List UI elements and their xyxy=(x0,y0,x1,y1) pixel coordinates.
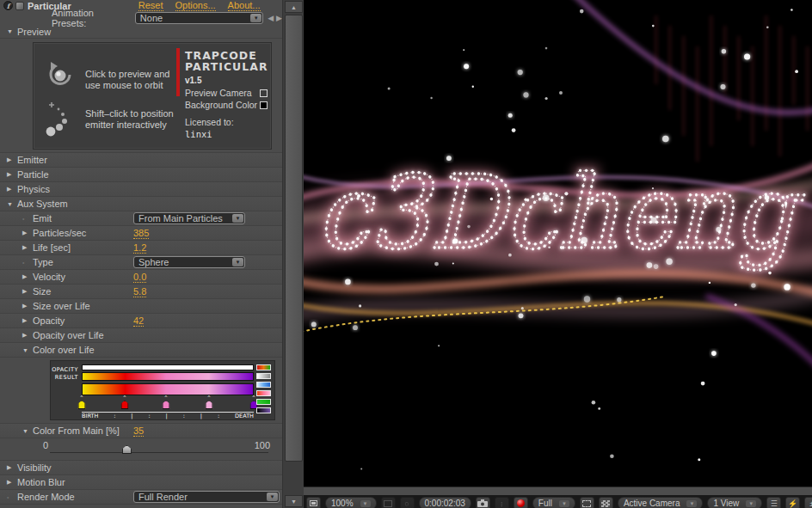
chevron-down-icon: ▼ xyxy=(360,500,371,507)
row-color-over-life[interactable]: ▼Color over Life xyxy=(0,343,282,358)
death-label: DEATH xyxy=(235,413,254,419)
gradient-preset-4[interactable] xyxy=(256,399,271,405)
opacity-value[interactable]: 42 xyxy=(133,315,144,327)
size-value[interactable]: 5.8 xyxy=(133,286,146,297)
emitter-position-icon xyxy=(44,101,77,139)
velocity-value[interactable]: 0.0 xyxy=(133,272,146,283)
slider-track[interactable] xyxy=(50,452,268,453)
mask-visibility-icon[interactable]: ○ xyxy=(400,497,415,508)
brand-red-bar xyxy=(176,48,180,96)
scroll-down-icon[interactable]: ▼ xyxy=(285,495,303,507)
show-channel-icon[interactable] xyxy=(514,497,528,508)
view-toggle-icon[interactable] xyxy=(306,497,321,508)
chevron-down-icon: ▼ xyxy=(686,500,697,507)
row-particles-sec: ▶Particles/sec 385 xyxy=(0,226,282,241)
slider-min-label: 0 xyxy=(43,440,48,450)
twirl-down-icon[interactable]: ▼ xyxy=(7,28,17,34)
group-emitter[interactable]: ▶Emitter xyxy=(0,153,282,168)
preview-camera-checkbox[interactable] xyxy=(260,89,268,97)
gradient-preset-2[interactable] xyxy=(256,382,271,388)
group-visibility[interactable]: ▶Visibility xyxy=(0,461,282,475)
preview-box[interactable]: Click to preview and use mouse to orbit … xyxy=(33,42,272,150)
color-over-life-editor: OPACITY RESULT ^^^^^ BIRTH:|:|:|:DEATH xyxy=(0,358,282,424)
preview-camera-label: Preview Camera xyxy=(185,88,252,98)
brand-version: v1.5 xyxy=(185,76,201,85)
effect-header: f Particular Reset Options... About... xyxy=(0,0,282,11)
resolution-select[interactable]: Full▼ xyxy=(532,497,575,508)
slider-thumb[interactable] xyxy=(122,445,132,454)
row-type: •Type Sphere▼ xyxy=(0,255,282,270)
composition-canvas[interactable]: c3Dchengc3Dchengc3Dcheng xyxy=(304,0,812,487)
transparency-grid-icon[interactable] xyxy=(599,497,613,508)
view-camera-select[interactable]: Active Camera▼ xyxy=(618,497,704,508)
particular-plugin-window: f Particular Reset Options... About... A… xyxy=(0,0,812,508)
view-layout-select[interactable]: 1 View▼ xyxy=(707,497,762,508)
reset-link[interactable]: Reset xyxy=(138,1,163,11)
color-ramp[interactable] xyxy=(82,383,254,395)
fast-preview-icon[interactable]: ⚡ xyxy=(785,497,800,508)
group-motion-blur[interactable]: ▶Motion Blur xyxy=(0,475,282,490)
animation-presets-dropdown[interactable]: None ▼ xyxy=(135,12,263,24)
animation-presets-value: None xyxy=(140,13,163,23)
result-ramp xyxy=(82,372,254,381)
grid-options-icon[interactable] xyxy=(381,497,396,508)
gradient-stop-3[interactable]: ^ xyxy=(206,398,213,409)
options-link[interactable]: Options... xyxy=(175,1,216,11)
gradient-preset-0[interactable] xyxy=(256,364,271,370)
gradient-scale: BIRTH:|:|:|:DEATH xyxy=(82,412,254,419)
background-color-row: Background Color xyxy=(185,100,268,110)
fx-toggle-icon[interactable]: f xyxy=(3,1,13,10)
chevron-down-icon[interactable]: ▼ xyxy=(267,493,278,501)
row-life-sec: ▶Life [sec] 1.2 xyxy=(0,241,282,255)
row-size: ▶Size 5.8 xyxy=(0,285,282,299)
preview-section-header[interactable]: ▼ Preview xyxy=(0,25,282,39)
timecode-button[interactable]: 0:00:02:03 xyxy=(419,497,471,508)
snapshot-icon[interactable] xyxy=(476,497,490,508)
licensed-to-label: Licensed to: xyxy=(185,117,234,127)
birth-label: BIRTH xyxy=(82,413,98,419)
row-render-mode: •Render Mode Full Render▼ xyxy=(0,490,282,505)
gradient-stops-track[interactable]: ^^^^^ xyxy=(82,396,254,411)
gradient-stop-2[interactable]: ^ xyxy=(163,398,170,409)
gradient-preset-5[interactable] xyxy=(256,407,271,413)
show-snapshot-icon[interactable]: ⁝ xyxy=(495,497,509,508)
scrollbar-thumb[interactable] xyxy=(285,15,303,462)
gradient-stop-1[interactable]: ^ xyxy=(121,398,129,409)
gradient-stop-0[interactable]: ^ xyxy=(78,398,86,409)
color-from-main-value[interactable]: 35 xyxy=(133,425,144,437)
group-aux-system[interactable]: ▼Aux System xyxy=(0,197,282,211)
region-of-interest-icon[interactable] xyxy=(580,497,594,508)
life-sec-value[interactable]: 1.2 xyxy=(133,242,146,254)
particles-sec-value[interactable]: 385 xyxy=(133,228,149,239)
gradient-box[interactable]: OPACITY RESULT ^^^^^ BIRTH:|:|:|:DEATH xyxy=(50,360,275,420)
row-size-over-life[interactable]: ▶Size over Life xyxy=(0,299,282,314)
chevron-down-icon[interactable]: ▼ xyxy=(232,258,243,266)
exposure-icon[interactable]: ± xyxy=(804,497,812,508)
preview-hint-orbit: Click to preview and use mouse to orbit xyxy=(85,69,169,91)
preset-next-icon[interactable]: ▶ xyxy=(276,14,282,22)
group-physics[interactable]: ▶Physics xyxy=(0,182,282,197)
brand-logo: TRAPCODE PARTICULAR xyxy=(185,50,268,72)
orbit-icon xyxy=(46,60,75,89)
background-color-swatch[interactable] xyxy=(260,101,268,109)
gradient-preset-3[interactable] xyxy=(256,390,271,396)
chevron-down-icon[interactable]: ▼ xyxy=(232,214,243,223)
render-mode-dropdown[interactable]: Full Render▼ xyxy=(133,491,280,503)
preset-prev-icon[interactable]: ◀ xyxy=(268,14,274,22)
chevron-down-icon[interactable]: ▼ xyxy=(250,14,261,22)
type-dropdown[interactable]: Sphere▼ xyxy=(133,256,245,268)
about-link[interactable]: About... xyxy=(228,1,261,11)
row-opacity-over-life[interactable]: ▶Opacity over Life xyxy=(0,328,282,343)
opacity-ramp[interactable] xyxy=(82,364,254,370)
magnification-select[interactable]: 100%▼ xyxy=(325,497,377,508)
group-particle[interactable]: ▶Particle xyxy=(0,168,282,182)
view-layout-value: 1 View xyxy=(713,499,739,508)
scroll-up-icon[interactable]: ▲ xyxy=(285,1,303,13)
gradient-preset-1[interactable] xyxy=(256,373,271,379)
effect-controls-panel: f Particular Reset Options... About... A… xyxy=(0,0,282,508)
panel-scrollbar[interactable]: ▲ ▼ xyxy=(282,0,304,508)
gradient-presets xyxy=(256,364,271,413)
pixel-aspect-icon[interactable]: ☰ xyxy=(766,497,781,508)
preview-camera-row: Preview Camera xyxy=(185,88,268,98)
emit-dropdown[interactable]: From Main Particles▼ xyxy=(133,212,245,224)
